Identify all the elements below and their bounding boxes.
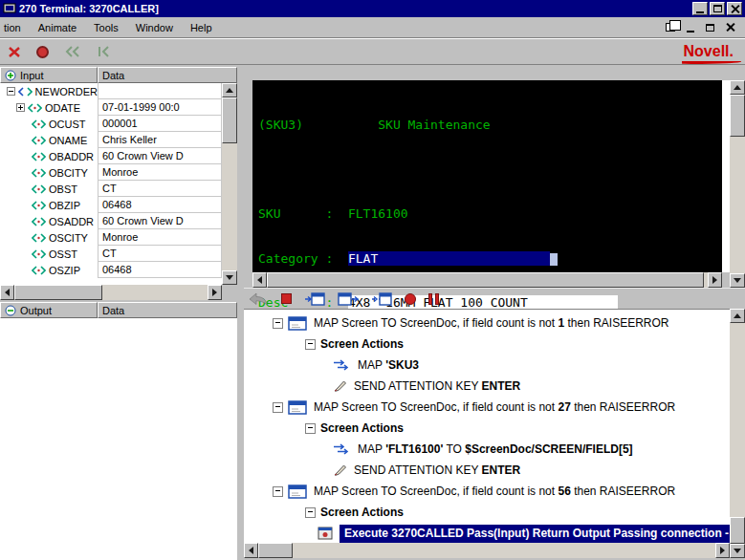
scrollbar-track[interactable] <box>730 95 745 273</box>
output-header-cell[interactable]: Output <box>0 302 98 318</box>
tree-row[interactable]: OBADDR 60 Crown View D <box>0 148 237 164</box>
run-to-breakpoint-button[interactable] <box>248 290 269 309</box>
scrollbar-thumb[interactable] <box>14 285 102 300</box>
minimize-button[interactable] <box>692 2 708 15</box>
menu-item-action[interactable]: tion <box>4 19 29 36</box>
scrollbar-thumb[interactable] <box>730 95 745 137</box>
action-row[interactable]: Screen Actions <box>244 502 730 523</box>
input-tree-hscrollbar[interactable] <box>0 285 222 300</box>
title-bar[interactable]: 270 Terminal: 3270CALLER] <box>0 0 745 17</box>
step-into-button[interactable] <box>304 290 325 309</box>
value-cell[interactable]: Chris Keller <box>98 132 222 148</box>
action-row[interactable]: MAP 'SKU3 <box>244 355 730 376</box>
input-panel-icon[interactable] <box>5 70 16 81</box>
action-row[interactable]: MAP 'FLT16100' TO $ScreenDoc/SCREEN/FIEL… <box>244 439 730 460</box>
scroll-left-button[interactable] <box>0 285 14 300</box>
category-input-field[interactable]: FLAT <box>348 251 550 266</box>
value-cell[interactable]: 000001 <box>98 116 222 132</box>
child-close-icon[interactable] <box>723 21 737 33</box>
scrollbar-track[interactable] <box>258 543 715 558</box>
value-cell[interactable]: 06468 <box>98 197 222 213</box>
collapse-icon[interactable] <box>273 402 283 413</box>
pause-button[interactable] <box>428 290 439 309</box>
value-cell[interactable]: Monroe <box>98 164 222 181</box>
collapse-icon[interactable] <box>305 339 316 350</box>
step-over-button[interactable] <box>338 290 359 309</box>
terminal-vscrollbar[interactable] <box>730 80 745 288</box>
delete-button[interactable] <box>8 42 21 61</box>
tree-row[interactable]: OSZIP 06468 <box>0 262 237 278</box>
tree-row[interactable]: ONAME Chris Keller <box>0 132 237 148</box>
input-tree-vscrollbar[interactable] <box>222 83 237 285</box>
tile-windows-icon[interactable] <box>663 21 677 33</box>
tree-row[interactable]: OBST CT <box>0 181 237 197</box>
record-button[interactable] <box>36 42 49 61</box>
value-cell[interactable]: CT <box>98 246 222 262</box>
action-row[interactable]: Screen Actions <box>244 418 730 439</box>
scroll-up-button[interactable] <box>222 83 237 97</box>
output-panel-icon[interactable] <box>5 305 16 316</box>
action-row[interactable]: SEND ATTENTION KEY ENTER <box>244 460 730 481</box>
action-row[interactable]: MAP Screen TO ScreenDoc, if field count … <box>244 397 730 418</box>
scroll-up-button[interactable] <box>730 309 745 323</box>
actions-hscrollbar[interactable] <box>244 543 730 558</box>
value-cell[interactable]: 07-01-1999 00:0 <box>98 99 222 116</box>
action-row-selected[interactable]: Execute 3270CALLED Pass(Input) Return Ou… <box>244 523 730 543</box>
scrollbar-track[interactable] <box>14 285 208 300</box>
value-cell[interactable]: 60 Crown View D <box>98 213 222 229</box>
tree-row[interactable]: OCUST 000001 <box>0 116 237 132</box>
value-cell[interactable]: 60 Crown View D <box>98 148 222 164</box>
scroll-right-button[interactable] <box>208 285 222 300</box>
tree-row[interactable]: OBCITY Monroe <box>0 164 237 181</box>
action-row[interactable]: MAP Screen TO ScreenDoc, if field count … <box>244 312 730 334</box>
scrollbar-thumb[interactable] <box>267 272 704 288</box>
scrollbar-track[interactable] <box>730 323 745 544</box>
scroll-down-button[interactable] <box>222 270 237 285</box>
actions-vscrollbar[interactable] <box>730 309 745 558</box>
tree-row[interactable]: NEWORDER <box>0 83 237 99</box>
expand-icon[interactable] <box>16 103 25 112</box>
action-row[interactable]: Screen Actions <box>244 334 730 355</box>
collapse-icon[interactable] <box>273 486 283 497</box>
menu-item-tools[interactable]: Tools <box>94 19 126 36</box>
scroll-up-button[interactable] <box>730 80 745 95</box>
close-button[interactable] <box>727 2 742 15</box>
menu-item-help[interactable]: Help <box>190 19 220 36</box>
scroll-down-button[interactable] <box>730 544 745 558</box>
scrollbar-thumb[interactable] <box>222 97 237 143</box>
step-out-button[interactable] <box>371 290 392 309</box>
tree-row[interactable]: ODATE 07-01-1999 00:0 <box>0 99 237 116</box>
value-cell[interactable]: 06468 <box>98 262 222 278</box>
scrollbar-track[interactable] <box>267 272 708 288</box>
child-minimize-icon[interactable] <box>683 21 697 33</box>
menu-item-window[interactable]: Window <box>136 19 181 36</box>
terminal-hscrollbar[interactable] <box>252 272 722 288</box>
maximize-button[interactable] <box>710 2 725 15</box>
scrollbar-thumb[interactable] <box>258 543 293 558</box>
tree-row[interactable]: OSCITY Monroe <box>0 229 237 246</box>
scrollbar-track[interactable] <box>222 97 237 270</box>
scroll-left-button[interactable] <box>244 543 258 558</box>
input-header-cell[interactable]: Input <box>0 67 98 83</box>
tree-row[interactable]: OSST CT <box>0 246 237 262</box>
scroll-right-button[interactable] <box>715 543 730 558</box>
tree-row[interactable]: OBZIP 06468 <box>0 197 237 213</box>
scroll-right-button[interactable] <box>708 272 722 288</box>
scrollbar-thumb[interactable] <box>730 517 745 544</box>
tree-row[interactable]: OSADDR 60 Crown View D <box>0 213 237 229</box>
jump-back-button[interactable] <box>97 42 114 61</box>
terminal-screen[interactable]: (SKU3) SKU Maintenance SKU : FLT16100 Ca… <box>252 80 722 272</box>
menu-item-animate[interactable]: Animate <box>38 19 84 36</box>
scroll-down-button[interactable] <box>730 273 745 288</box>
child-restore-icon[interactable] <box>703 21 717 33</box>
value-cell[interactable]: CT <box>98 181 222 197</box>
value-cell[interactable] <box>98 83 222 99</box>
step-back-button[interactable] <box>64 42 81 61</box>
collapse-icon[interactable] <box>305 507 316 518</box>
value-cell[interactable]: Monroe <box>98 229 222 246</box>
collapse-icon[interactable] <box>273 318 283 329</box>
record-button[interactable] <box>405 290 416 309</box>
collapse-icon[interactable] <box>7 87 15 96</box>
scroll-left-button[interactable] <box>252 272 267 288</box>
action-row[interactable]: SEND ATTENTION KEY ENTER <box>244 376 730 397</box>
